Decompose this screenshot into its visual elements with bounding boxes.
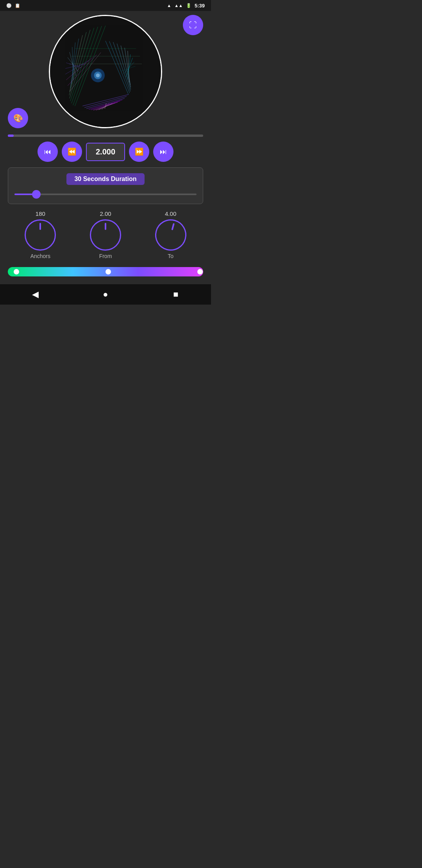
svg-point-45 xyxy=(96,74,100,77)
to-value: 4.00 xyxy=(165,210,176,217)
signal-icon: ▲▲ xyxy=(174,3,183,8)
anchors-knob-group: 180 Anchors xyxy=(25,210,56,259)
wifi-icon: ▲ xyxy=(167,3,171,8)
from-knob[interactable] xyxy=(90,219,121,251)
from-value: 2.00 xyxy=(100,210,111,217)
knobs-section: 180 Anchors 2.00 From 4.00 To xyxy=(8,210,203,259)
duration-label-wrapper: 30 Seconds Duration xyxy=(14,173,197,185)
bottom-navigation: ◀ ● ■ xyxy=(0,284,211,305)
rewind-button[interactable]: ⏪ xyxy=(62,142,82,162)
rewind-icon: ⏪ xyxy=(68,147,76,156)
from-knob-group: 2.00 From xyxy=(90,210,121,259)
skip-forward-button[interactable]: ⏭ xyxy=(153,142,173,162)
main-content: ⛶ 🎨 ⏮ ⏪ 2.000 ⏩ ⏭ 30 Seconds Duration xyxy=(0,11,211,284)
to-label: To xyxy=(168,253,173,259)
color-dot-left[interactable] xyxy=(14,269,19,274)
status-right: ▲ ▲▲ 🔋 5:39 xyxy=(167,3,205,9)
skip-back-button[interactable]: ⏮ xyxy=(38,142,58,162)
nav-recent-button[interactable]: ■ xyxy=(164,287,188,302)
transport-controls: ⏮ ⏪ 2.000 ⏩ ⏭ xyxy=(38,142,173,162)
nav-back-button[interactable]: ◀ xyxy=(23,287,47,302)
color-bar-wrapper xyxy=(8,267,203,280)
slider-thumb[interactable] xyxy=(32,190,41,199)
time-display: 5:39 xyxy=(195,3,205,9)
anchors-label: Anchors xyxy=(30,253,50,259)
to-knob[interactable] xyxy=(152,216,190,254)
fast-forward-icon: ⏩ xyxy=(135,147,143,156)
slider-track xyxy=(14,194,197,195)
fast-forward-button[interactable]: ⏩ xyxy=(129,142,149,162)
nav-back-icon: ◀ xyxy=(32,289,39,299)
sim-icon: 📋 xyxy=(15,3,20,8)
progress-bar[interactable] xyxy=(8,135,203,137)
palette-icon: 🎨 xyxy=(13,113,23,123)
nav-home-icon: ● xyxy=(103,289,108,299)
skip-back-icon: ⏮ xyxy=(44,148,51,156)
duration-label: 30 Seconds Duration xyxy=(66,173,144,185)
speed-display: 2.000 xyxy=(86,143,125,161)
color-dot-right[interactable] xyxy=(197,269,203,274)
color-dot-center[interactable] xyxy=(106,269,111,274)
anchors-knob[interactable] xyxy=(25,219,56,251)
status-bar: ⚪ 📋 ▲ ▲▲ 🔋 5:39 xyxy=(0,0,211,11)
duration-slider[interactable] xyxy=(14,190,197,198)
to-knob-group: 4.00 To xyxy=(155,210,186,259)
nav-recent-icon: ■ xyxy=(173,289,178,299)
anchors-value: 180 xyxy=(36,210,45,217)
fullscreen-button[interactable]: ⛶ xyxy=(183,15,203,35)
color-bar[interactable] xyxy=(8,267,203,276)
speed-value: 2.000 xyxy=(96,147,115,156)
duration-panel: 30 Seconds Duration xyxy=(8,167,203,204)
canvas-circle xyxy=(49,15,162,128)
visualization-area: ⛶ 🎨 xyxy=(8,15,203,128)
nav-home-button[interactable]: ● xyxy=(94,287,117,302)
notification-icon: ⚪ xyxy=(6,3,12,8)
svg-rect-0 xyxy=(50,16,161,127)
battery-icon: 🔋 xyxy=(186,3,191,8)
progress-fill xyxy=(8,135,14,137)
palette-button[interactable]: 🎨 xyxy=(8,108,28,128)
from-label: From xyxy=(99,253,112,259)
status-left: ⚪ 📋 xyxy=(6,3,20,8)
skip-forward-icon: ⏭ xyxy=(160,148,167,156)
fullscreen-icon: ⛶ xyxy=(189,21,197,30)
